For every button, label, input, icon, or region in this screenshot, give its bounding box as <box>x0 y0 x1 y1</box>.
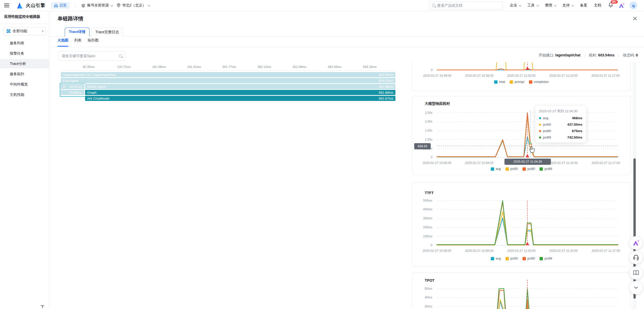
sidebar-title: 应用性能监控全链路版 <box>4 14 40 19</box>
legend-swatch <box>529 80 532 84</box>
flame-span-bar[interactable]: EinoAgent603.03ms <box>61 78 395 83</box>
product-search-input[interactable] <box>437 3 494 7</box>
x-axis-tick-label: 2025-02-27 10:49:00 <box>423 249 451 253</box>
sidebar-item-中间件概览[interactable]: 中间件概览 <box>0 80 50 89</box>
tooltip-row-pct90: pct90675ms <box>539 129 582 133</box>
legend-item-pct99[interactable]: pct99 <box>540 167 552 171</box>
legend-label: pct50 <box>510 167 518 171</box>
sidebar-item-服务拓扑[interactable]: 服务拓扑 <box>0 69 50 79</box>
legend-swatch <box>523 257 526 260</box>
legend-item-total[interactable]: total <box>494 80 505 84</box>
chevron-right-icon <box>41 30 43 32</box>
span-search-input[interactable] <box>62 54 119 58</box>
docs-button[interactable] <box>629 266 643 280</box>
flame-span-bar-small[interactable]: .35.85ms <box>61 90 84 95</box>
y-axis-tick-label: 300ms <box>423 217 432 220</box>
nav-menu: 企业工具费用支持备案文档 <box>510 3 601 8</box>
account-scope-selector[interactable]: 账号全部资源 <box>81 3 112 8</box>
tooltip-row-avg: avg468ms <box>539 116 582 120</box>
y-axis-tick-label: 1.00s <box>425 138 432 141</box>
nav-menu-item-文档[interactable]: 文档 <box>594 3 601 8</box>
ai-assistant-icon <box>632 239 640 246</box>
info-separator <box>618 54 619 57</box>
product-search-box[interactable] <box>429 2 503 10</box>
headset-icon <box>633 254 639 261</box>
chevron-down-icon <box>519 4 521 6</box>
x-axis-tick-label: 2025-02-27 10:56:00 <box>465 74 494 78</box>
ai-assistant-nav-icon[interactable] <box>618 2 625 8</box>
chart-title: TTFT <box>425 191 434 195</box>
hamburger-menu-icon[interactable] <box>4 4 9 7</box>
nav-menu-item-企业[interactable]: 企业 <box>510 3 521 8</box>
nav-menu-item-工具[interactable]: 工具 <box>527 3 538 8</box>
flame-span-bar[interactable]: Graph561.68ms <box>85 90 395 95</box>
tooltip-series-name: pct90 <box>543 129 551 133</box>
notifications-button[interactable]: 99+ <box>608 2 614 9</box>
legend-swatch <box>506 257 509 260</box>
nav-menu-item-费用[interactable]: 费用 <box>545 3 556 8</box>
region-selector[interactable]: 华北2（北京） <box>117 3 150 8</box>
tooltip-series-value: 437.50ms <box>567 123 582 126</box>
span-duration: 40.91ms <box>67 85 82 89</box>
ai-assistant-button[interactable] <box>629 236 643 250</box>
subtab-flame-graph[interactable]: 火焰图 <box>58 38 68 46</box>
legend-item-avg[interactable]: avg <box>491 257 501 260</box>
span-duration: 603.54ms <box>377 73 393 77</box>
overview-button[interactable]: 总览 <box>51 2 70 9</box>
sidebar-divider <box>0 24 50 24</box>
x-axis-tick-label: 2025-02-27 11:17:00 <box>592 161 620 165</box>
legend-item-pct90[interactable]: pct90 <box>523 257 535 260</box>
support-button[interactable] <box>629 251 643 264</box>
flame-span-bar[interactable]: /agent/api/chat GET /agent/api/chat603.5… <box>61 72 395 77</box>
flame-span-bar[interactable]: ReAct Agent561.66ms <box>85 84 395 89</box>
legend-item-pct90[interactable]: pct90 <box>523 167 535 171</box>
all-features-button[interactable]: 全部功能 <box>4 27 46 35</box>
sidebar-item-主机性能[interactable]: 主机性能 <box>0 90 50 99</box>
legend-label: pct50 <box>510 257 518 260</box>
legend-item-prompt[interactable]: prompt <box>510 80 524 84</box>
nav-menu-item-备案[interactable]: 备案 <box>580 3 587 8</box>
tab-trace-detail[interactable]: Trace详情 <box>65 28 89 37</box>
subtab-list[interactable]: 列表 <box>74 38 81 46</box>
sidebar-item-报警任务[interactable]: 报警任务 <box>0 49 50 58</box>
legend-item-completion[interactable]: completion <box>529 80 549 84</box>
span-label: . <box>63 91 64 95</box>
info-value: 0 <box>636 53 638 57</box>
open-book-icon <box>633 270 639 276</box>
tab-trace-full-log[interactable]: Trace完整日志 <box>91 28 123 37</box>
legend-label: pct99 <box>544 257 552 260</box>
tooltip-timestamp: 2025-02-27 周四 11:04:30 <box>539 109 582 114</box>
flame-axis-tick: 543.18ms <box>358 65 381 69</box>
span-duration: 561.67ms <box>377 97 393 100</box>
sidebar-item-Trace分析[interactable]: Trace分析 <box>0 59 50 68</box>
subtab-divider <box>50 47 644 47</box>
flame-span-bar-small[interactable]: R.40.91ms <box>61 84 84 89</box>
close-icon[interactable] <box>633 16 637 21</box>
y-axis-tick-label: 500ms <box>423 199 432 202</box>
legend-item-pct50[interactable]: pct50 <box>506 257 518 260</box>
subtab-topology[interactable]: 拓扑图 <box>88 38 99 46</box>
legend-item-pct99[interactable]: pct99 <box>540 257 552 260</box>
legend-item-pct50[interactable]: pct50 <box>506 167 518 171</box>
flame-axis-tick: 301.77ms <box>218 65 241 69</box>
sidebar-collapse-icon[interactable] <box>41 305 44 308</box>
collapse-widgets-button[interactable] <box>629 281 643 294</box>
legend-item-avg[interactable]: avg <box>491 167 501 171</box>
x-axis-tick-label: 2025-02-27 11:10:00 <box>549 161 578 165</box>
tooltip-series-value: 468ms <box>572 116 582 120</box>
sidebar: 应用性能监控全链路版 全部功能 服务列表报警任务Trace分析服务拓扑中间件概览… <box>0 11 50 309</box>
span-search-box[interactable] <box>58 51 125 61</box>
span-duration: 561.66ms <box>377 85 393 89</box>
sidebar-item-服务列表[interactable]: 服务列表 <box>0 38 50 48</box>
chevron-down-icon <box>536 4 539 6</box>
flame-span-bar[interactable]: Ark ChatModel561.67ms <box>85 96 395 101</box>
y-axis-tick-label: 400ms <box>423 208 432 211</box>
brand-logo[interactable]: 火山引擎 <box>15 1 45 10</box>
legend-swatch <box>494 80 498 84</box>
user-avatar[interactable]: q <box>630 2 637 9</box>
tooltip-series-value: 742.50ms <box>567 135 582 139</box>
nav-menu-item-支持[interactable]: 支持 <box>563 3 573 8</box>
legend-swatch <box>510 80 513 84</box>
trace-info-item: 状态码: 0 <box>623 53 638 58</box>
chart-card-tpot: 30ms40ms50ms2025-02-27 10:49:002025-02-2… <box>412 272 631 309</box>
